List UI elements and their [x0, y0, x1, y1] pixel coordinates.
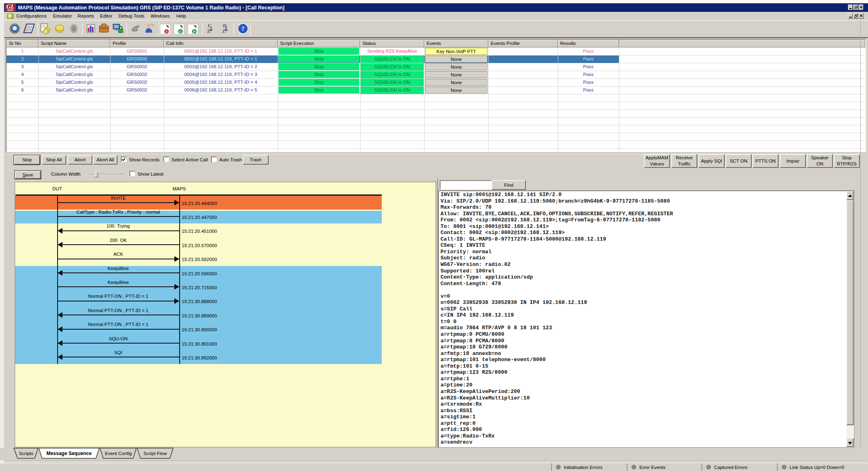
svg-text:Scripts: Scripts [19, 451, 33, 456]
svg-text:?: ? [241, 25, 245, 32]
svg-text:C: C [179, 30, 182, 34]
svg-text:Script Flow: Script Flow [144, 451, 167, 456]
svg-text:Message Sequence: Message Sequence [47, 451, 92, 456]
svg-text:!: ! [166, 30, 167, 34]
svg-text:Z: Z [207, 28, 210, 34]
svg-text:Z: Z [222, 28, 225, 34]
svg-text:P: P [193, 30, 196, 34]
svg-text:Event Config: Event Config [105, 451, 132, 456]
